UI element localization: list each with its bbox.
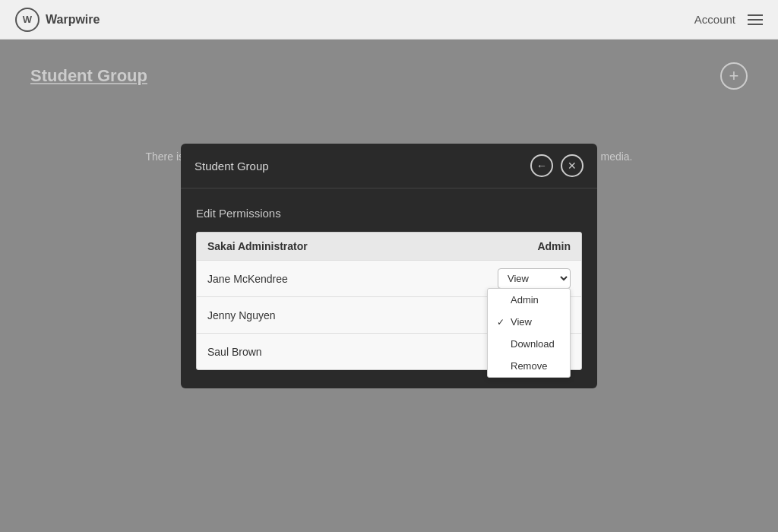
app-header: W Warpwire Account	[0, 0, 778, 40]
dropdown-item-admin[interactable]: Admin	[488, 289, 570, 311]
modal-header-icons: ← ✕	[530, 154, 584, 177]
page-header: Student Group +	[30, 62, 748, 90]
logo-area: W Warpwire	[15, 8, 100, 32]
table-row: Jane McKendree View Admin Download Remov…	[197, 261, 581, 297]
menu-icon[interactable]	[748, 14, 763, 25]
modal-header: Student Group ← ✕	[181, 144, 597, 188]
close-button[interactable]: ✕	[561, 154, 584, 177]
add-button[interactable]: +	[720, 62, 748, 90]
jane-role-select[interactable]: View Admin Download Remove	[498, 268, 571, 289]
logo-text: Warpwire	[46, 13, 100, 27]
modal-body: Edit Permissions Sakai Administrator Adm…	[181, 188, 597, 388]
user-name: Sakai Administrator	[207, 240, 308, 252]
section-label: Edit Permissions	[196, 207, 582, 220]
dropdown-item-remove[interactable]: Remove	[488, 355, 570, 377]
user-name: Jenny Nguyen	[207, 309, 276, 321]
dropdown-item-download[interactable]: Download	[488, 333, 570, 355]
modal-title: Student Group	[194, 160, 269, 173]
dropdown-item-view[interactable]: ✓ View	[488, 311, 570, 333]
user-name: Jane McKendree	[207, 273, 288, 285]
permissions-table: Sakai Administrator Admin Jane McKendree…	[196, 232, 582, 370]
role-dropdown-menu: Admin ✓ View Download Remove	[487, 288, 571, 378]
table-row: Sakai Administrator Admin	[197, 233, 581, 261]
user-name: Saul Brown	[207, 346, 262, 358]
permissions-modal: Student Group ← ✕ Edit Permissions Sakai…	[181, 144, 597, 388]
back-button[interactable]: ←	[530, 154, 553, 177]
role-label: Admin	[537, 240, 571, 252]
account-link[interactable]: Account	[694, 13, 735, 26]
header-right: Account	[694, 13, 763, 26]
logo-icon: W	[15, 8, 40, 32]
page-title: Student Group	[30, 66, 147, 86]
